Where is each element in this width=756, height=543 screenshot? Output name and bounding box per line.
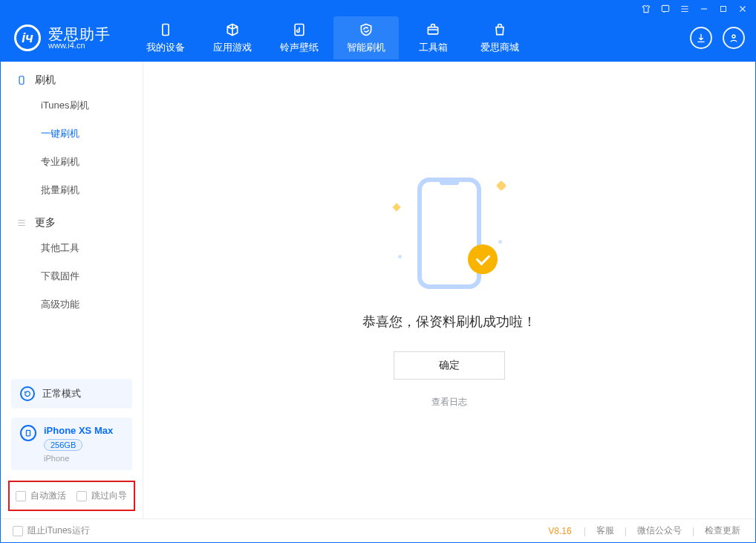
phone-outline-icon — [417, 178, 481, 289]
menu-icon[interactable] — [680, 4, 690, 14]
top-nav: 我的设备 应用游戏 铃声壁纸 智能刷机 工具箱 爱思商城 — [133, 16, 532, 59]
opt-block-itunes[interactable]: 阻止iTunes运行 — [13, 524, 90, 537]
feedback-icon[interactable] — [660, 4, 671, 14]
opt-auto-activate[interactable]: 自动激活 — [16, 490, 66, 502]
nav-label: 爱思商城 — [480, 41, 519, 54]
nav-label: 工具箱 — [419, 41, 448, 54]
list-icon — [16, 217, 27, 229]
sidebar-item-pro-flash[interactable]: 专业刷机 — [1, 148, 143, 176]
body: 刷机 iTunes刷机 一键刷机 专业刷机 批量刷机 更多 其他工具 下载固件 … — [1, 62, 755, 518]
nav-apps-games[interactable]: 应用游戏 — [200, 16, 265, 59]
sidebar-item-other-tools[interactable]: 其他工具 — [1, 234, 143, 262]
device-name: iPhone XS Max — [44, 425, 113, 436]
phone-small-icon — [16, 74, 27, 86]
music-file-icon — [291, 22, 307, 38]
tshirt-icon[interactable] — [641, 4, 651, 14]
svg-rect-4 — [428, 27, 437, 34]
cube-icon — [224, 22, 241, 38]
sidebar-item-oneclick-flash[interactable]: 一键刷机 — [1, 120, 143, 148]
opt-label: 跳过向导 — [91, 490, 127, 502]
sidebar-section-more: 更多 — [1, 204, 143, 234]
sidebar-section-label: 更多 — [35, 216, 56, 230]
device-card[interactable]: iPhone XS Max 256GB iPhone — [11, 417, 132, 470]
sidebar-list-more: 其他工具 下载固件 高级功能 — [1, 234, 143, 319]
device-icon-small — [20, 425, 36, 441]
footer-link-support[interactable]: 客服 — [593, 524, 617, 537]
sidebar-list-flash: iTunes刷机 一键刷机 专业刷机 批量刷机 — [1, 91, 143, 204]
app-name-cn: 爱思助手 — [48, 27, 111, 42]
checkbox-icon — [13, 526, 23, 536]
user-icon[interactable] — [723, 27, 745, 49]
svg-rect-6 — [19, 77, 24, 85]
svg-point-5 — [732, 35, 735, 38]
nav-label: 铃声壁纸 — [280, 41, 319, 54]
mode-label: 正常模式 — [42, 387, 81, 400]
device-icon — [157, 22, 174, 38]
success-message: 恭喜您，保资料刷机成功啦！ — [362, 313, 536, 331]
mode-card[interactable]: 正常模式 — [11, 379, 132, 409]
sidebar-item-advanced[interactable]: 高级功能 — [1, 290, 143, 319]
nav-label: 应用游戏 — [213, 41, 252, 54]
svg-rect-2 — [163, 25, 169, 36]
sparkle-icon — [392, 203, 400, 211]
toolbox-icon — [425, 22, 441, 38]
close-icon[interactable] — [737, 4, 748, 14]
checkmark-badge-icon — [468, 244, 498, 274]
opt-label: 阻止iTunes运行 — [27, 524, 90, 537]
nav-label: 我的设备 — [146, 41, 185, 54]
sidebar-item-itunes-flash[interactable]: iTunes刷机 — [1, 91, 143, 120]
nav-label: 智能刷机 — [347, 41, 385, 54]
header-right — [690, 27, 745, 49]
nav-store[interactable]: 爱思商城 — [467, 16, 532, 59]
success-illustration — [394, 173, 505, 299]
sidebar-section-flash: 刷机 — [1, 62, 143, 91]
sparkle-icon — [496, 181, 506, 191]
checkbox-icon — [16, 491, 26, 501]
svg-rect-0 — [662, 5, 668, 11]
main-content: 恭喜您，保资料刷机成功啦！ 确定 查看日志 — [143, 62, 755, 518]
titlebar — [1, 1, 755, 17]
opt-label: 自动激活 — [30, 490, 66, 502]
svg-rect-1 — [721, 7, 726, 12]
footer: 阻止iTunes运行 V8.16 | 客服 | 微信公众号 | 检查更新 — [1, 518, 755, 542]
minimize-icon[interactable] — [699, 4, 709, 14]
sidebar-item-batch-flash[interactable]: 批量刷机 — [1, 176, 143, 204]
sidebar-item-download-firmware[interactable]: 下载固件 — [1, 262, 143, 290]
view-log-link[interactable]: 查看日志 — [431, 396, 467, 409]
footer-link-update[interactable]: 检查更新 — [702, 524, 743, 537]
refresh-shield-icon — [358, 22, 374, 38]
sidebar-section-label: 刷机 — [35, 74, 56, 87]
nav-flash[interactable]: 智能刷机 — [333, 16, 399, 59]
bottom-options-highlight: 自动激活 跳过向导 — [8, 481, 135, 511]
logo[interactable]: iч 爱思助手 www.i4.cn — [14, 25, 111, 51]
checkbox-icon — [76, 491, 87, 501]
download-icon[interactable] — [690, 27, 712, 49]
bag-icon — [492, 22, 508, 38]
nav-ringtones[interactable]: 铃声壁纸 — [267, 16, 332, 59]
nav-my-device[interactable]: 我的设备 — [133, 16, 198, 59]
maximize-icon[interactable] — [718, 4, 729, 14]
app-name-en: www.i4.cn — [48, 42, 111, 50]
sidebar: 刷机 iTunes刷机 一键刷机 专业刷机 批量刷机 更多 其他工具 下载固件 … — [1, 62, 143, 518]
ok-button[interactable]: 确定 — [394, 351, 505, 380]
opt-skip-guide[interactable]: 跳过向导 — [76, 490, 127, 502]
logo-icon: iч — [14, 25, 41, 51]
device-type: iPhone — [44, 454, 113, 463]
version-label: V8.16 — [548, 526, 571, 536]
device-storage: 256GB — [44, 439, 82, 451]
nav-toolbox[interactable]: 工具箱 — [400, 16, 466, 59]
mode-icon — [20, 386, 35, 401]
footer-link-wechat[interactable]: 微信公众号 — [634, 524, 685, 537]
svg-rect-7 — [27, 430, 30, 436]
header: iч 爱思助手 www.i4.cn 我的设备 应用游戏 铃声壁纸 智能刷机 工具… — [1, 17, 755, 62]
